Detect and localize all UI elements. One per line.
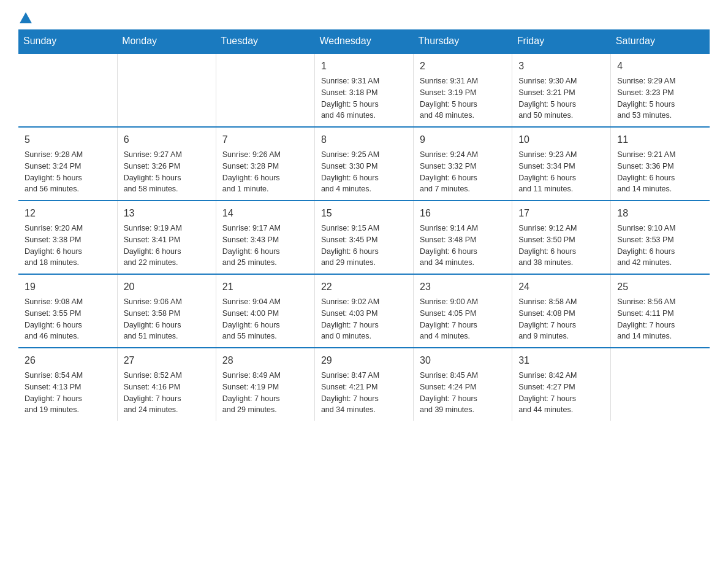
calendar-cell [18, 53, 117, 127]
calendar-cell: 11Sunrise: 9:21 AM Sunset: 3:36 PM Dayli… [611, 127, 710, 201]
calendar-cell: 2Sunrise: 9:31 AM Sunset: 3:19 PM Daylig… [414, 53, 512, 127]
calendar-cell: 4Sunrise: 9:29 AM Sunset: 3:23 PM Daylig… [611, 53, 710, 127]
day-number: 4 [617, 59, 703, 74]
calendar-cell: 13Sunrise: 9:19 AM Sunset: 3:41 PM Dayli… [117, 201, 216, 274]
calendar-cell: 30Sunrise: 8:45 AM Sunset: 4:24 PM Dayli… [414, 348, 512, 421]
day-info: Sunrise: 9:25 AM Sunset: 3:30 PM Dayligh… [321, 149, 407, 195]
calendar-week-row: 5Sunrise: 9:28 AM Sunset: 3:24 PM Daylig… [18, 127, 710, 201]
calendar-cell [117, 53, 216, 127]
day-info: Sunrise: 9:14 AM Sunset: 3:48 PM Dayligh… [420, 223, 506, 269]
logo [18, 12, 33, 23]
calendar-table: Sunday Monday Tuesday Wednesday Thursday… [18, 29, 710, 421]
day-info: Sunrise: 9:21 AM Sunset: 3:36 PM Dayligh… [617, 149, 703, 195]
header-thursday: Thursday [414, 29, 512, 53]
logo-triangle-icon [20, 12, 32, 23]
day-info: Sunrise: 9:23 AM Sunset: 3:34 PM Dayligh… [518, 149, 604, 195]
day-number: 31 [518, 353, 604, 368]
page-header [18, 12, 710, 23]
header-wednesday: Wednesday [314, 29, 413, 53]
day-info: Sunrise: 8:47 AM Sunset: 4:21 PM Dayligh… [321, 370, 407, 416]
calendar-cell: 24Sunrise: 8:58 AM Sunset: 4:08 PM Dayli… [512, 274, 611, 348]
calendar-cell: 31Sunrise: 8:42 AM Sunset: 4:27 PM Dayli… [512, 348, 611, 421]
day-number: 22 [321, 280, 407, 294]
header-friday: Friday [512, 29, 611, 53]
day-number: 19 [25, 280, 111, 294]
calendar-cell: 10Sunrise: 9:23 AM Sunset: 3:34 PM Dayli… [512, 127, 611, 201]
day-number: 27 [124, 353, 210, 368]
header-tuesday: Tuesday [216, 29, 314, 53]
day-number: 18 [617, 206, 703, 221]
calendar-cell: 9Sunrise: 9:24 AM Sunset: 3:32 PM Daylig… [414, 127, 512, 201]
day-number: 3 [518, 59, 604, 74]
day-info: Sunrise: 9:06 AM Sunset: 3:58 PM Dayligh… [124, 296, 210, 342]
day-info: Sunrise: 8:52 AM Sunset: 4:16 PM Dayligh… [124, 370, 210, 416]
day-info: Sunrise: 9:02 AM Sunset: 4:03 PM Dayligh… [321, 296, 407, 342]
day-number: 29 [321, 353, 407, 368]
calendar-cell: 17Sunrise: 9:12 AM Sunset: 3:50 PM Dayli… [512, 201, 611, 274]
calendar-week-row: 1Sunrise: 9:31 AM Sunset: 3:18 PM Daylig… [18, 53, 710, 127]
day-number: 26 [25, 353, 111, 368]
day-number: 24 [518, 280, 604, 294]
calendar-cell [216, 53, 314, 127]
header-sunday: Sunday [18, 29, 117, 53]
header-monday: Monday [117, 29, 216, 53]
day-number: 11 [617, 132, 703, 147]
calendar-cell: 25Sunrise: 8:56 AM Sunset: 4:11 PM Dayli… [611, 274, 710, 348]
calendar-cell: 20Sunrise: 9:06 AM Sunset: 3:58 PM Dayli… [117, 274, 216, 348]
calendar-cell: 15Sunrise: 9:15 AM Sunset: 3:45 PM Dayli… [314, 201, 413, 274]
calendar-header-row: Sunday Monday Tuesday Wednesday Thursday… [18, 29, 710, 53]
day-info: Sunrise: 9:31 AM Sunset: 3:18 PM Dayligh… [321, 75, 407, 121]
day-info: Sunrise: 9:15 AM Sunset: 3:45 PM Dayligh… [321, 223, 407, 269]
calendar-cell: 19Sunrise: 9:08 AM Sunset: 3:55 PM Dayli… [18, 274, 117, 348]
day-number: 17 [518, 206, 604, 221]
day-number: 10 [518, 132, 604, 147]
header-saturday: Saturday [611, 29, 710, 53]
calendar-cell: 28Sunrise: 8:49 AM Sunset: 4:19 PM Dayli… [216, 348, 314, 421]
day-info: Sunrise: 8:54 AM Sunset: 4:13 PM Dayligh… [25, 370, 111, 416]
calendar-cell: 23Sunrise: 9:00 AM Sunset: 4:05 PM Dayli… [414, 274, 512, 348]
day-number: 20 [124, 280, 210, 294]
day-number: 2 [420, 59, 506, 74]
calendar-cell: 21Sunrise: 9:04 AM Sunset: 4:00 PM Dayli… [216, 274, 314, 348]
day-info: Sunrise: 9:28 AM Sunset: 3:24 PM Dayligh… [25, 149, 111, 195]
day-info: Sunrise: 9:17 AM Sunset: 3:43 PM Dayligh… [222, 223, 308, 269]
calendar-cell: 7Sunrise: 9:26 AM Sunset: 3:28 PM Daylig… [216, 127, 314, 201]
day-info: Sunrise: 9:10 AM Sunset: 3:53 PM Dayligh… [617, 223, 703, 269]
day-info: Sunrise: 8:49 AM Sunset: 4:19 PM Dayligh… [222, 370, 308, 416]
day-info: Sunrise: 9:04 AM Sunset: 4:00 PM Dayligh… [222, 296, 308, 342]
day-info: Sunrise: 9:30 AM Sunset: 3:21 PM Dayligh… [518, 75, 604, 121]
day-info: Sunrise: 9:26 AM Sunset: 3:28 PM Dayligh… [222, 149, 308, 195]
calendar-week-row: 26Sunrise: 8:54 AM Sunset: 4:13 PM Dayli… [18, 348, 710, 421]
day-number: 25 [617, 280, 703, 294]
day-number: 7 [222, 132, 308, 147]
calendar-week-row: 19Sunrise: 9:08 AM Sunset: 3:55 PM Dayli… [18, 274, 710, 348]
calendar-cell: 12Sunrise: 9:20 AM Sunset: 3:38 PM Dayli… [18, 201, 117, 274]
day-number: 23 [420, 280, 506, 294]
day-number: 8 [321, 132, 407, 147]
calendar-cell: 8Sunrise: 9:25 AM Sunset: 3:30 PM Daylig… [314, 127, 413, 201]
day-number: 28 [222, 353, 308, 368]
day-number: 6 [124, 132, 210, 147]
calendar-cell: 6Sunrise: 9:27 AM Sunset: 3:26 PM Daylig… [117, 127, 216, 201]
day-info: Sunrise: 8:56 AM Sunset: 4:11 PM Dayligh… [617, 296, 703, 342]
day-number: 13 [124, 206, 210, 221]
day-info: Sunrise: 9:29 AM Sunset: 3:23 PM Dayligh… [617, 75, 703, 121]
day-number: 21 [222, 280, 308, 294]
day-info: Sunrise: 8:45 AM Sunset: 4:24 PM Dayligh… [420, 370, 506, 416]
day-number: 12 [25, 206, 111, 221]
day-info: Sunrise: 8:58 AM Sunset: 4:08 PM Dayligh… [518, 296, 604, 342]
day-info: Sunrise: 9:31 AM Sunset: 3:19 PM Dayligh… [420, 75, 506, 121]
day-info: Sunrise: 9:19 AM Sunset: 3:41 PM Dayligh… [124, 223, 210, 269]
day-info: Sunrise: 9:00 AM Sunset: 4:05 PM Dayligh… [420, 296, 506, 342]
calendar-cell: 27Sunrise: 8:52 AM Sunset: 4:16 PM Dayli… [117, 348, 216, 421]
day-info: Sunrise: 8:42 AM Sunset: 4:27 PM Dayligh… [518, 370, 604, 416]
calendar-cell: 14Sunrise: 9:17 AM Sunset: 3:43 PM Dayli… [216, 201, 314, 274]
day-info: Sunrise: 9:24 AM Sunset: 3:32 PM Dayligh… [420, 149, 506, 195]
calendar-cell [611, 348, 710, 421]
calendar-cell: 16Sunrise: 9:14 AM Sunset: 3:48 PM Dayli… [414, 201, 512, 274]
calendar-cell: 5Sunrise: 9:28 AM Sunset: 3:24 PM Daylig… [18, 127, 117, 201]
day-info: Sunrise: 9:12 AM Sunset: 3:50 PM Dayligh… [518, 223, 604, 269]
day-info: Sunrise: 9:08 AM Sunset: 3:55 PM Dayligh… [25, 296, 111, 342]
day-number: 16 [420, 206, 506, 221]
day-info: Sunrise: 9:20 AM Sunset: 3:38 PM Dayligh… [25, 223, 111, 269]
